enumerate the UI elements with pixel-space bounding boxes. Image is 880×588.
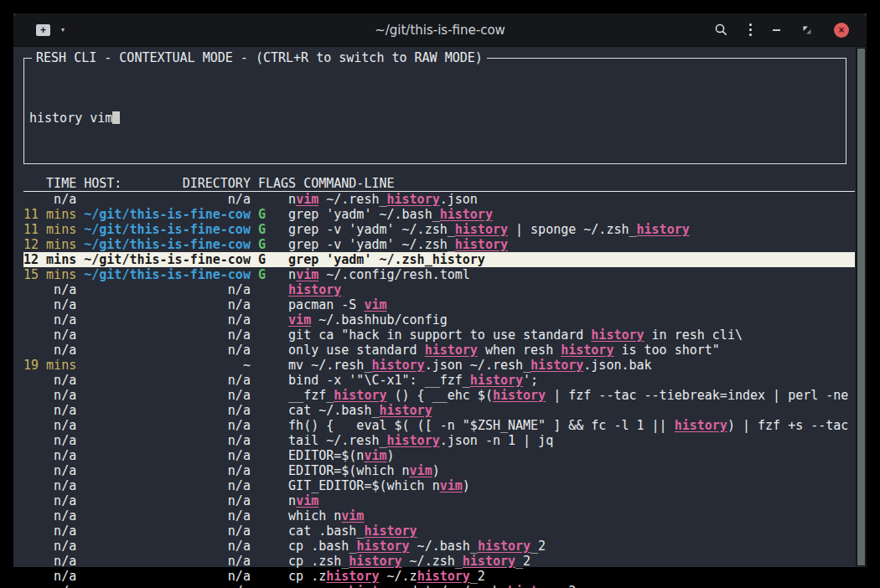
- history-row[interactable]: 12 mins ~/git/this-is-fine-cow G grep -v…: [23, 237, 855, 252]
- new-tab-button[interactable]: +: [36, 24, 50, 36]
- history-table-body: n/a n/a nvim ~/.resh_history.json11 mins…: [23, 192, 855, 588]
- history-row[interactable]: 19 mins ~ mv ~/.resh_history.json ~/.res…: [23, 358, 855, 373]
- search-button[interactable]: [714, 23, 728, 37]
- search-query-text: history vim: [29, 111, 112, 126]
- history-row[interactable]: n/a n/a cp .zsh_history ~/.zsh_history_2: [23, 554, 855, 569]
- terminal-content: RESH CLI - CONTEXTUAL MODE - (CTRL+R to …: [13, 47, 867, 588]
- history-row[interactable]: n/a n/a cp .zhistory ~/.zhistory_2: [23, 569, 855, 584]
- history-row[interactable]: n/a n/a bind -x '"\C-x1": __fzf_history'…: [23, 373, 855, 388]
- history-row[interactable]: n/a n/a nvim ~/.resh_history.json: [23, 192, 855, 207]
- scrollbar-thumb[interactable]: [857, 49, 865, 565]
- new-tab-icon: +: [36, 24, 50, 36]
- history-row[interactable]: n/a n/a which nvim: [23, 508, 855, 524]
- history-row[interactable]: n/a n/a git ca "hack in support to use s…: [23, 328, 855, 343]
- kebab-menu-icon: [749, 23, 752, 36]
- history-row[interactable]: n/a n/a EDITOR=$(nvim): [23, 448, 855, 463]
- terminal-window: + ▾ ~/git/this-is-fine-cow: [13, 13, 867, 567]
- new-tab-dropdown-button[interactable]: ▾: [61, 26, 65, 34]
- menu-button[interactable]: [749, 23, 752, 36]
- history-row[interactable]: n/a n/a __fzf_history () { __ehc $(histo…: [23, 388, 855, 403]
- history-row[interactable]: n/a n/a only use standard history when r…: [23, 343, 855, 358]
- history-row[interactable]: n/a n/a pacman -S vim: [23, 297, 855, 312]
- history-row[interactable]: 15 mins ~/git/this-is-fine-cow G nvim ~/…: [23, 267, 855, 282]
- close-button[interactable]: ×: [834, 23, 849, 38]
- search-box-title: RESH CLI - CONTEXTUAL MODE - (CTRL+R to …: [32, 50, 487, 65]
- history-row[interactable]: n/a n/a cat .bash_history: [23, 524, 855, 539]
- minimize-button[interactable]: [773, 29, 780, 31]
- history-row-selected[interactable]: 12 mins ~/git/this-is-fine-cow G grep 'y…: [23, 252, 855, 267]
- table-header: TIME HOST: DIRECTORY FLAGS COMMAND-LINE: [23, 176, 855, 192]
- scrollbar[interactable]: [856, 48, 867, 566]
- history-row[interactable]: n/a n/a EDITOR=$(which nvim): [23, 463, 855, 478]
- history-row[interactable]: 11 mins ~/git/this-is-fine-cow G grep -v…: [23, 222, 855, 237]
- chevron-down-icon: ▾: [61, 26, 65, 34]
- search-icon: [714, 23, 728, 37]
- search-input[interactable]: history vim: [29, 111, 841, 126]
- restore-icon: [801, 24, 813, 36]
- search-box[interactable]: RESH CLI - CONTEXTUAL MODE - (CTRL+R to …: [23, 58, 846, 164]
- history-row[interactable]: n/a n/a vim ~/.bashhub/config: [23, 312, 855, 328]
- history-row[interactable]: n/a n/a nvim: [23, 493, 855, 508]
- history-row[interactable]: n/a n/a grep -v history_data/ ~/.zsh_his…: [23, 584, 855, 588]
- history-row[interactable]: n/a n/a cp .bash_history ~/.bash_history…: [23, 539, 855, 554]
- history-row[interactable]: n/a n/a history: [23, 282, 855, 297]
- history-row[interactable]: n/a n/a tail ~/.resh_history.json -n 1 |…: [23, 433, 855, 448]
- history-row[interactable]: 11 mins ~/git/this-is-fine-cow G grep 'y…: [23, 207, 855, 222]
- titlebar[interactable]: + ▾ ~/git/this-is-fine-cow: [13, 13, 867, 47]
- history-row[interactable]: n/a n/a cat ~/.bash_history: [23, 403, 855, 418]
- close-icon: ×: [834, 23, 849, 38]
- restore-button[interactable]: [801, 24, 813, 36]
- minimize-icon: [773, 29, 780, 31]
- text-cursor: [112, 111, 120, 124]
- history-row[interactable]: n/a n/a fh() { eval $( ([ -n "$ZSH_NAME"…: [23, 418, 855, 433]
- history-row[interactable]: n/a n/a GIT_EDITOR=$(which nvim): [23, 478, 855, 493]
